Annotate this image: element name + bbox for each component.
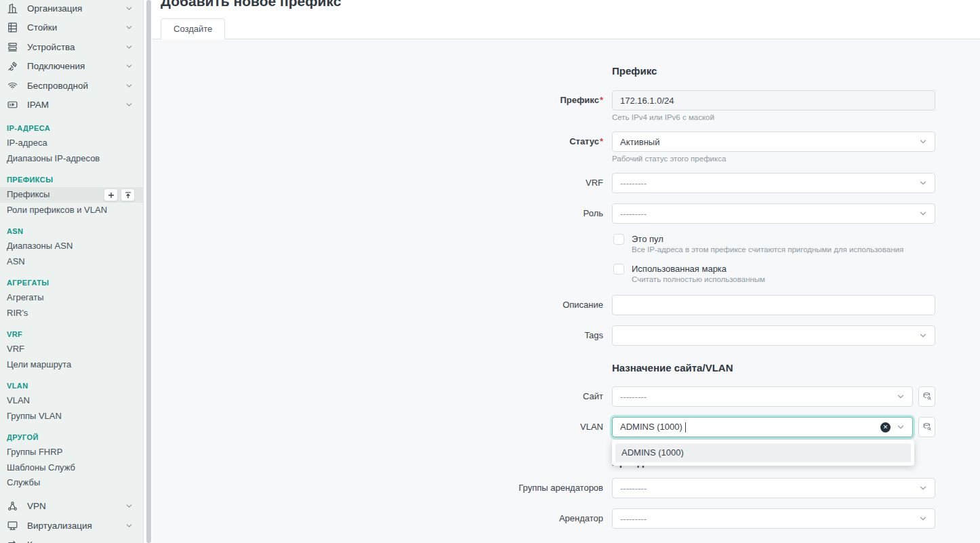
section-header: АГРЕГАТЫ (0, 275, 143, 290)
vlan-dropdown: ADMINS (1000) (612, 440, 914, 466)
chevron-down-icon (918, 178, 928, 188)
required-asterisk: * (600, 95, 603, 105)
sidebar-section-vrf: VRF VRF Цели маршрута (0, 327, 143, 372)
tab-create[interactable]: Создайте (161, 18, 225, 39)
sidebar-item-ip-addresses[interactable]: IP-адреса (0, 136, 143, 151)
clear-icon[interactable]: ✕ (880, 422, 891, 433)
prefix-input[interactable] (612, 90, 935, 110)
sidebar-item-asn[interactable]: ASN (0, 254, 143, 270)
sidebar-item-ipam[interactable]: IPAM (0, 96, 143, 115)
description-label: Описание (152, 295, 603, 315)
scrollbar-thumb[interactable] (146, 0, 151, 543)
tags-select[interactable] (612, 325, 935, 346)
sidebar-item-vrf[interactable]: VRF (0, 342, 143, 357)
sidebar-item-virtualization[interactable]: Виртуализация (0, 516, 143, 536)
vlan-dropdown-option[interactable]: ADMINS (1000) (615, 443, 911, 462)
vrf-placeholder: --------- (620, 178, 918, 188)
chevron-down-icon (125, 100, 134, 109)
sidebar-item-vlan[interactable]: VLAN (0, 393, 143, 409)
site-select[interactable]: --------- (612, 386, 913, 407)
prefix-help: Сеть IPv4 или IPv6 с маской (612, 113, 714, 121)
section-header: ПРЕФИКСЫ (0, 172, 143, 187)
add-prefix-button[interactable] (104, 188, 118, 201)
mark-utilized-label: Использованная марка (632, 263, 727, 275)
chevron-down-icon (125, 62, 134, 71)
sidebar-item-wireless[interactable]: Беспроводной (0, 76, 143, 96)
page-title: Добавить новое префикс (161, 0, 341, 9)
sidebar-item-prefixes[interactable]: Префиксы (0, 187, 143, 203)
tenant-label: Арендатор (152, 508, 603, 529)
vlan-select[interactable]: ADMINS (1000) ✕ (612, 417, 913, 437)
description-input[interactable] (612, 295, 935, 315)
ipam-icon (7, 99, 18, 110)
sidebar-item-label: IPAM (27, 100, 49, 110)
sidebar-item-connections[interactable]: Подключения (0, 57, 143, 77)
is-pool-checkbox[interactable] (613, 234, 624, 245)
vlan-value: ADMINS (1000) (620, 422, 880, 433)
is-pool-label: Это пул (632, 233, 663, 245)
vrf-select[interactable]: --------- (612, 173, 935, 193)
role-placeholder: --------- (620, 209, 918, 219)
sidebar-item-prefix-vlan-roles[interactable]: Роли префиксов и VLAN (0, 203, 143, 218)
sidebar-item-label: VPN (27, 501, 46, 511)
sidebar-item-service-templates[interactable]: Шаблоны Служб (0, 460, 143, 476)
sidebar: Организация Стойки Устройства Подключени… (0, 0, 144, 543)
sidebar-item-vpn[interactable]: VPN (0, 497, 143, 517)
text-cursor (685, 422, 686, 433)
required-asterisk: * (600, 136, 603, 146)
database-search-icon (922, 392, 932, 401)
site-browse-button[interactable] (918, 386, 935, 407)
main-content: Добавить новое префикс Создайте Префикс … (152, 0, 980, 543)
mark-utilized-checkbox[interactable] (613, 264, 624, 275)
chevron-down-icon (125, 502, 134, 510)
sidebar-item-aggregates[interactable]: Агрегаты (0, 290, 143, 306)
section-header: VLAN (0, 378, 143, 393)
chevron-down-icon (125, 4, 134, 13)
status-select[interactable]: Активный (612, 132, 935, 152)
sidebar-item-asn-ranges[interactable]: Диапазоны ASN (0, 239, 143, 254)
import-prefix-button[interactable] (121, 188, 135, 201)
section-heading-site-vlan: Назначение сайта/VLAN (612, 362, 733, 374)
tenant-group-select[interactable]: --------- (612, 478, 935, 498)
vpn-icon (7, 500, 18, 512)
sidebar-item-vlan-groups[interactable]: Группы VLAN (0, 409, 143, 424)
role-select[interactable]: --------- (612, 203, 935, 224)
cable-icon (7, 60, 18, 72)
sidebar-item-ip-ranges[interactable]: Диапазоны IP-адресов (0, 151, 143, 167)
tab-bar: Создайте (152, 18, 980, 39)
sidebar-section-aggregates: АГРЕГАТЫ Агрегаты RIR's (0, 275, 143, 321)
chevron-down-icon (918, 331, 928, 340)
sidebar-scrollbar[interactable] (145, 0, 152, 543)
section-header: ДРУГОЙ (0, 430, 143, 445)
vlan-browse-button[interactable] (918, 417, 935, 437)
sidebar-item-label: Беспроводной (27, 81, 88, 91)
tenant-group-label: Группы арендаторов (152, 478, 603, 498)
virtualization-icon (7, 520, 18, 531)
mark-utilized-help: Считать полностью использованным (632, 275, 765, 283)
rack-icon (7, 22, 18, 33)
sidebar-item-label: Организация (27, 3, 82, 14)
sidebar-item-label: Подключения (27, 61, 85, 71)
sidebar-item-label: Виртуализация (27, 521, 92, 531)
sidebar-section-ip-addresses: IP-АДРЕСА IP-адреса Диапазоны IP-адресов (0, 121, 143, 166)
building-icon (7, 3, 18, 14)
chevron-down-icon (918, 483, 928, 493)
sidebar-item-route-targets[interactable]: Цели маршрута (0, 357, 143, 373)
sidebar-item-services[interactable]: Службы (0, 475, 143, 491)
status-value: Активный (620, 137, 918, 147)
status-label: Статус* (152, 132, 603, 152)
sidebar-item-rirs[interactable]: RIR's (0, 306, 143, 321)
vlan-label: VLAN (152, 417, 603, 437)
section-header: IP-АДРЕСА (0, 121, 143, 136)
sidebar-item-devices[interactable]: Устройства (0, 37, 143, 57)
circuits-icon (7, 539, 18, 543)
sidebar-item-circuits[interactable]: Каналы связи (0, 536, 143, 543)
sidebar-item-label: Устройства (27, 42, 75, 52)
sidebar-item-organization[interactable]: Организация (0, 0, 143, 18)
chevron-down-icon (125, 540, 134, 543)
sidebar-item-racks[interactable]: Стойки (0, 18, 143, 38)
section-heading-prefix: Префикс (612, 65, 657, 77)
chevron-down-icon (125, 521, 134, 530)
tenant-select[interactable]: --------- (612, 508, 935, 529)
sidebar-item-fhrp-groups[interactable]: Группы FHRP (0, 445, 143, 460)
